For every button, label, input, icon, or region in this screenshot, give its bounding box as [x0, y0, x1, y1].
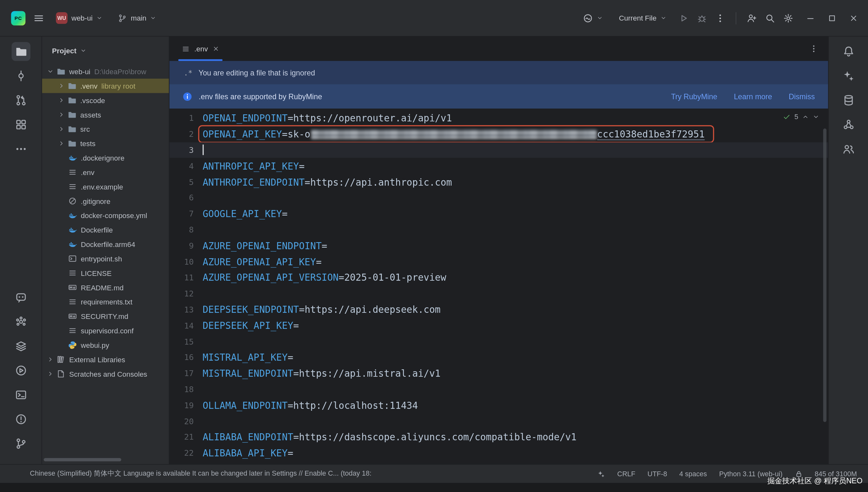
settings-icon[interactable]: [783, 13, 793, 23]
code-line-18[interactable]: 18: [170, 381, 828, 397]
status-utf-8[interactable]: UTF-8: [647, 470, 667, 477]
line-number[interactable]: 18: [170, 385, 194, 394]
tree-item-.env[interactable]: .env: [42, 165, 169, 179]
run-button[interactable]: [679, 13, 689, 23]
vertical-scrollbar[interactable]: [823, 128, 826, 422]
code-line-10[interactable]: 10AZURE_OPENAI_API_KEY=: [170, 254, 828, 270]
code-line-16[interactable]: 16MISTRAL_API_KEY=: [170, 349, 828, 366]
version-control-button[interactable]: [11, 434, 30, 453]
tree-item-requirements.txt[interactable]: requirements.txt: [42, 295, 169, 309]
ai-status-icon[interactable]: [597, 470, 605, 477]
chevron-right-icon[interactable]: [47, 371, 54, 377]
run-config-selector[interactable]: Current File: [615, 11, 670, 25]
tree-item-supervisord.conf[interactable]: supervisord.conf: [42, 323, 169, 338]
pull-requests-button[interactable]: [11, 91, 30, 110]
tree-item-docker-compose.yml[interactable]: docker-compose.yml: [42, 208, 169, 223]
terminal-button[interactable]: [11, 385, 30, 404]
tree-item-assets[interactable]: assets: [42, 107, 169, 122]
code-line-12[interactable]: 12: [170, 286, 828, 301]
maximize-button[interactable]: [827, 14, 837, 23]
tree-item-external-libraries[interactable]: External Libraries: [42, 352, 169, 367]
tree-item-license[interactable]: LICENSE: [42, 266, 169, 280]
line-number[interactable]: 8: [170, 225, 194, 235]
line-number[interactable]: 19: [170, 401, 194, 410]
code-line-1[interactable]: 1OPENAI_ENDPOINT=https://openrouter.ai/a…: [170, 110, 828, 126]
chevron-down-icon[interactable]: [47, 68, 54, 75]
dependencies-button[interactable]: [839, 115, 858, 134]
code-line-22[interactable]: 22ALIBABA_API_KEY=: [170, 445, 828, 461]
editor-options-icon[interactable]: [809, 44, 818, 53]
run-button[interactable]: [11, 361, 30, 380]
line-number[interactable]: 17: [170, 369, 194, 378]
tree-item-.venv[interactable]: .venvlibrary root: [42, 79, 169, 93]
dismiss-link[interactable]: Dismiss: [789, 92, 815, 100]
line-number[interactable]: 11: [170, 273, 194, 282]
python-packages-button[interactable]: [11, 313, 30, 331]
line-number[interactable]: 2: [170, 130, 194, 139]
code-line-5[interactable]: 5ANTHROPIC_ENDPOINT=https://api.anthropi…: [170, 174, 828, 190]
tree-item-entrypoint.sh[interactable]: entrypoint.sh: [42, 251, 169, 266]
line-number[interactable]: 21: [170, 433, 194, 442]
tab-env[interactable]: .env: [175, 36, 226, 61]
tree-item-.env.example[interactable]: .env.example: [42, 179, 169, 194]
code-line-4[interactable]: 4ANTHROPIC_API_KEY=: [170, 158, 828, 174]
tree-item-.vscode[interactable]: .vscode: [42, 93, 169, 107]
services-button[interactable]: [11, 337, 30, 355]
code-line-6[interactable]: 6: [170, 190, 828, 206]
code-line-15[interactable]: 15: [170, 334, 828, 349]
code-line-13[interactable]: 13DEEPSEEK_ENDPOINT=https://api.deepseek…: [170, 301, 828, 318]
horizontal-scrollbar[interactable]: [44, 458, 121, 461]
code-line-8[interactable]: 8: [170, 222, 828, 238]
line-number[interactable]: 20: [170, 417, 194, 426]
line-number[interactable]: 15: [170, 337, 194, 346]
learn-more-link[interactable]: Learn more: [734, 92, 772, 100]
line-number[interactable]: 9: [170, 241, 194, 250]
code-with-me-button[interactable]: [839, 140, 858, 158]
line-number[interactable]: 6: [170, 193, 194, 202]
close-tab-icon[interactable]: [212, 45, 219, 52]
line-number[interactable]: 4: [170, 162, 194, 171]
branch-widget[interactable]: main: [114, 11, 160, 25]
search-icon[interactable]: [765, 13, 775, 23]
main-menu-icon[interactable]: [33, 13, 44, 23]
chevron-right-icon[interactable]: [58, 112, 65, 118]
profiler-selector[interactable]: [579, 10, 607, 26]
project-widget[interactable]: WU web-ui: [52, 9, 107, 26]
chevron-right-icon[interactable]: [58, 82, 65, 89]
line-number[interactable]: 3: [170, 146, 194, 155]
chevron-right-icon[interactable]: [47, 356, 54, 363]
status-4-spaces[interactable]: 4 spaces: [679, 470, 707, 477]
tree-item-.gitignore[interactable]: .gitignore: [42, 194, 169, 208]
add-user-icon[interactable]: [747, 13, 757, 23]
line-number[interactable]: 22: [170, 449, 194, 458]
tree-item-webui.py[interactable]: webui.py: [42, 338, 169, 352]
tree-item-tests[interactable]: tests: [42, 136, 169, 151]
code-line-3[interactable]: 3: [170, 142, 828, 158]
code-line-20[interactable]: 20: [170, 413, 828, 429]
code-line-14[interactable]: 14DEEPSEEK_API_KEY=: [170, 318, 828, 334]
database-button[interactable]: [839, 91, 858, 110]
chevron-right-icon[interactable]: [58, 140, 65, 147]
code-line-7[interactable]: 7GOOGLE_API_KEY=: [170, 206, 828, 222]
line-number[interactable]: 14: [170, 321, 194, 330]
tree-item-.dockerignore[interactable]: .dockerignore: [42, 151, 169, 165]
tree-item-web-ui[interactable]: web-uiD:\IdeaPro\brow: [42, 64, 169, 79]
code-line-19[interactable]: 19OLLAMA_ENDPOINT=http://localhost:11434: [170, 397, 828, 413]
ai-assistant-button[interactable]: [839, 67, 858, 85]
tree-item-src[interactable]: src: [42, 122, 169, 136]
close-button[interactable]: [849, 14, 858, 23]
code-line-21[interactable]: 21ALIBABA_ENDPOINT=https://dashscope.ali…: [170, 429, 828, 445]
structure-button[interactable]: [11, 115, 30, 134]
line-number[interactable]: 16: [170, 353, 194, 362]
status-crlf[interactable]: CRLF: [617, 470, 635, 477]
minimize-button[interactable]: [806, 14, 815, 23]
code-line-11[interactable]: 11AZURE_OPENAI_API_VERSION=2025-01-01-pr…: [170, 270, 828, 286]
line-number[interactable]: 12: [170, 289, 194, 298]
code-line-17[interactable]: 17MISTRAL_ENDPOINT=https://api.mistral.a…: [170, 366, 828, 382]
line-number[interactable]: 5: [170, 178, 194, 187]
more-tool-windows-button[interactable]: [11, 140, 30, 158]
code-area[interactable]: 5 1OPENAI_ENDPOINT=https://openrouter.ai…: [170, 108, 828, 464]
tree-item-scratches-and-consoles[interactable]: Scratches and Consoles: [42, 367, 169, 381]
chevron-right-icon[interactable]: [58, 126, 65, 132]
line-number[interactable]: 13: [170, 305, 194, 314]
